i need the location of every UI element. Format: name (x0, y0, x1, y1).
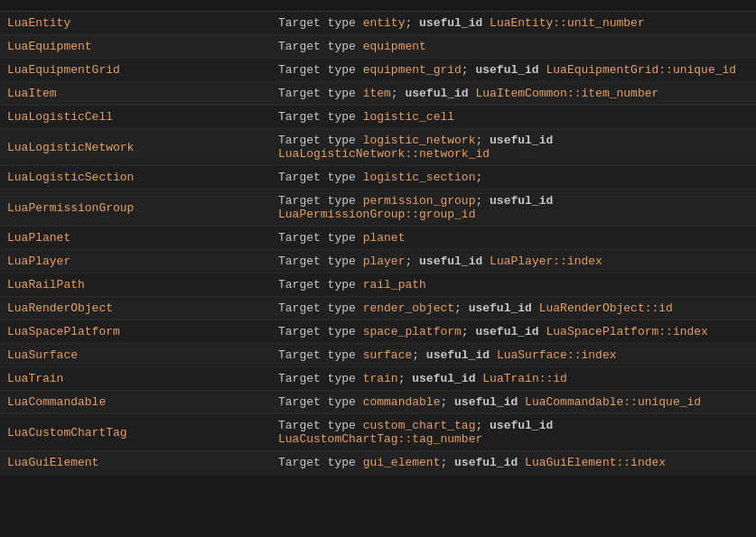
member-name-link[interactable]: LuaPermissionGroup (7, 201, 134, 215)
useful-id-label: useful_id (475, 63, 538, 77)
member-name-link[interactable]: LuaEquipment (7, 40, 92, 53)
table-row: LuaPlayerTarget type player; useful_id L… (0, 250, 756, 273)
member-desc: Target type equipment (271, 35, 756, 59)
table-row: LuaEquipmentTarget type equipment (0, 35, 756, 59)
union-members-table: LuaEntityTarget type entity; useful_id L… (0, 12, 756, 475)
useful-id-label: useful_id (419, 16, 482, 30)
member-desc: Target type gui_element; useful_id LuaGu… (271, 451, 756, 475)
type-link[interactable]: space_platform (363, 325, 462, 338)
useful-id-link[interactable]: LuaSurface::index (497, 348, 617, 362)
member-desc: Target type logistic_cell (271, 106, 756, 129)
type-link[interactable]: rail_path (363, 278, 426, 292)
table-row: LuaLogisticCellTarget type logistic_cell (0, 106, 756, 129)
type-link[interactable]: logistic_network (363, 134, 476, 147)
useful-id-link[interactable]: LuaCustomChartTag::tag_number (278, 432, 482, 446)
member-name-link[interactable]: LuaGuiElement (7, 456, 98, 469)
table-row: LuaLogisticNetworkTarget type logistic_n… (0, 129, 756, 166)
member-name-link[interactable]: LuaSurface (7, 348, 78, 362)
useful-id-link[interactable]: LuaTrain::id (482, 372, 567, 385)
section-title (0, 0, 756, 12)
type-link[interactable]: equipment (363, 40, 426, 53)
useful-id-label: useful_id (490, 419, 553, 432)
member-desc: Target type entity; useful_id LuaEntity:… (271, 12, 756, 35)
type-link[interactable]: equipment_grid (363, 63, 462, 77)
useful-id-link[interactable]: LuaItemCommon::item_number (475, 87, 658, 100)
member-desc: Target type custom_chart_tag; useful_id … (271, 414, 756, 451)
member-desc: Target type permission_group; useful_id … (271, 190, 756, 227)
table-row: LuaCustomChartTagTarget type custom_char… (0, 414, 756, 451)
useful-id-label: useful_id (412, 372, 475, 385)
table-row: LuaRailPathTarget type rail_path (0, 273, 756, 297)
useful-id-link[interactable]: LuaGuiElement::index (525, 456, 666, 469)
member-name-link[interactable]: LuaItem (7, 87, 57, 100)
member-desc: Target type logistic_network; useful_id … (271, 129, 756, 166)
useful-id-label: useful_id (454, 395, 518, 409)
member-desc: Target type player; useful_id LuaPlayer:… (271, 250, 756, 273)
type-link[interactable]: player (363, 255, 406, 268)
member-name-link[interactable]: LuaRenderObject (7, 301, 113, 315)
useful-id-label: useful_id (475, 325, 538, 338)
member-desc: Target type logistic_section; (271, 166, 756, 190)
useful-id-label: useful_id (405, 87, 468, 100)
member-name-link[interactable]: LuaLogisticSection (7, 171, 134, 184)
type-link[interactable]: render_object (363, 301, 454, 315)
table-row: LuaLogisticSectionTarget type logistic_s… (0, 166, 756, 190)
useful-id-label: useful_id (426, 348, 490, 362)
useful-id-label: useful_id (419, 255, 482, 268)
useful-id-link[interactable]: LuaLogisticNetwork::network_id (278, 147, 490, 161)
useful-id-link[interactable]: LuaEntity::unit_number (490, 16, 645, 30)
type-link[interactable]: entity (363, 16, 406, 30)
table-row: LuaSurfaceTarget type surface; useful_id… (0, 344, 756, 367)
type-link[interactable]: custom_chart_tag (363, 419, 476, 432)
member-name-link[interactable]: LuaSpacePlatform (7, 325, 120, 338)
member-name-link[interactable]: LuaLogisticNetwork (7, 141, 134, 154)
member-desc: Target type planet (271, 227, 756, 250)
table-row: LuaPermissionGroupTarget type permission… (0, 190, 756, 227)
table-row: LuaTrainTarget type train; useful_id Lua… (0, 367, 756, 391)
member-name-link[interactable]: LuaEntity (7, 16, 70, 30)
useful-id-link[interactable]: LuaPlayer::index (490, 255, 602, 268)
member-name-link[interactable]: LuaRailPath (7, 278, 85, 292)
member-name-link[interactable]: LuaPlanet (7, 231, 70, 245)
table-row: LuaSpacePlatformTarget type space_platfo… (0, 320, 756, 344)
useful-id-link[interactable]: LuaPermissionGroup::group_id (278, 208, 475, 221)
type-link[interactable]: item (363, 87, 391, 100)
member-desc: Target type space_platform; useful_id Lu… (271, 320, 756, 344)
table-row: LuaCommandableTarget type commandable; u… (0, 391, 756, 414)
member-name-link[interactable]: LuaTrain (7, 372, 63, 385)
useful-id-label: useful_id (454, 456, 518, 469)
member-name-link[interactable]: LuaCommandable (7, 395, 106, 409)
member-name-link[interactable]: LuaCustomChartTag (7, 426, 127, 440)
table-row: LuaRenderObjectTarget type render_object… (0, 297, 756, 320)
useful-id-label: useful_id (490, 134, 553, 147)
member-desc: Target type render_object; useful_id Lua… (271, 297, 756, 320)
member-desc: Target type equipment_grid; useful_id Lu… (271, 59, 756, 82)
type-link[interactable]: logistic_section (363, 171, 476, 184)
type-link[interactable]: commandable (363, 395, 441, 409)
table-row: LuaPlanetTarget type planet (0, 227, 756, 250)
member-desc: Target type item; useful_id LuaItemCommo… (271, 82, 756, 106)
member-name-link[interactable]: LuaEquipmentGrid (7, 63, 120, 77)
table-row: LuaEntityTarget type entity; useful_id L… (0, 12, 756, 35)
member-name-link[interactable]: LuaLogisticCell (7, 110, 113, 124)
useful-id-link[interactable]: LuaSpacePlatform::index (546, 325, 707, 338)
table-row: LuaItemTarget type item; useful_id LuaIt… (0, 82, 756, 106)
member-name-link[interactable]: LuaPlayer (7, 255, 70, 268)
type-link[interactable]: logistic_cell (363, 110, 454, 124)
type-link[interactable]: planet (363, 231, 406, 245)
member-desc: Target type rail_path (271, 273, 756, 297)
type-link[interactable]: train (363, 372, 398, 385)
type-link[interactable]: permission_group (363, 194, 476, 208)
type-link[interactable]: gui_element (363, 456, 441, 469)
useful-id-label: useful_id (490, 194, 553, 208)
table-row: LuaEquipmentGridTarget type equipment_gr… (0, 59, 756, 82)
member-desc: Target type train; useful_id LuaTrain::i… (271, 367, 756, 391)
member-desc: Target type surface; useful_id LuaSurfac… (271, 344, 756, 367)
useful-id-link[interactable]: LuaEquipmentGrid::unique_id (546, 63, 736, 77)
member-desc: Target type commandable; useful_id LuaCo… (271, 391, 756, 414)
type-link[interactable]: surface (363, 348, 413, 362)
useful-id-link[interactable]: LuaRenderObject::id (539, 301, 673, 315)
useful-id-label: useful_id (469, 301, 532, 315)
table-row: LuaGuiElementTarget type gui_element; us… (0, 451, 756, 475)
useful-id-link[interactable]: LuaCommandable::unique_id (525, 395, 701, 409)
